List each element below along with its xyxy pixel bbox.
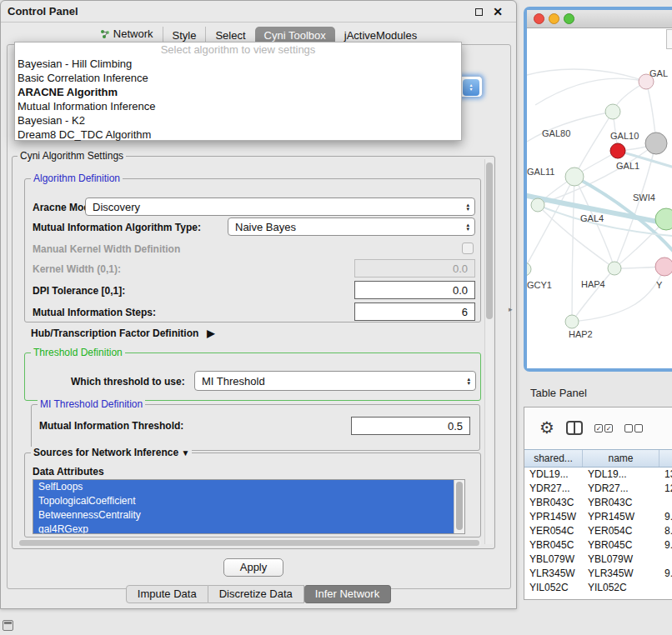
list-item[interactable]: TopologicalCoefficient bbox=[33, 494, 455, 508]
table-row[interactable]: YBR045CYBR045C9. bbox=[524, 538, 672, 552]
table-cell[interactable] bbox=[659, 496, 672, 510]
close-button[interactable] bbox=[534, 13, 544, 24]
hub-definition-toggle[interactable]: Hub/Transcription Factor Definition ▶ bbox=[31, 328, 215, 339]
table-cell[interactable]: YLR345W bbox=[524, 567, 583, 581]
close-icon[interactable]: ✕ bbox=[493, 5, 503, 18]
deselect-all-button[interactable] bbox=[624, 424, 643, 432]
column-header-extra[interactable] bbox=[659, 450, 672, 467]
table-row[interactable]: YBL079WYBL079W bbox=[524, 552, 672, 567]
table-cell[interactable]: YPR145W bbox=[524, 510, 583, 524]
table-cell[interactable]: 9. bbox=[659, 510, 672, 524]
kernel-width-field[interactable]: 0.0 bbox=[354, 259, 475, 278]
table-cell[interactable]: YDL19... bbox=[583, 468, 659, 482]
tab-infer-network[interactable]: Infer Network bbox=[304, 585, 391, 603]
graph-node[interactable] bbox=[527, 262, 531, 276]
mi-threshold-field[interactable]: 0.5 bbox=[351, 417, 470, 435]
graph-node[interactable] bbox=[605, 104, 620, 119]
data-attributes-list[interactable]: SelfLoops TopologicalCoefficient Between… bbox=[33, 479, 465, 534]
table-cell[interactable]: YLR345W bbox=[583, 567, 659, 581]
dropdown-item[interactable]: Mutual Information Inference bbox=[15, 99, 461, 113]
graph-node[interactable] bbox=[565, 168, 584, 186]
table-row[interactable]: YDR27...YDR27...12 bbox=[524, 482, 672, 496]
dropdown-item[interactable]: Basic Correlation Inference bbox=[15, 71, 461, 85]
table-cell[interactable] bbox=[659, 581, 672, 595]
table-row[interactable]: YDL19...YDL19...13 bbox=[524, 468, 672, 482]
table-cell[interactable]: YBL079W bbox=[583, 552, 659, 567]
dropdown-item[interactable]: Bayesian - K2 bbox=[15, 113, 461, 128]
sources-toggle[interactable]: Sources for Network Inference ▼ bbox=[31, 447, 192, 459]
graph-node[interactable] bbox=[531, 198, 544, 212]
which-threshold-select[interactable]: MI Threshold ▴▾ bbox=[194, 371, 476, 391]
manual-kernel-checkbox[interactable] bbox=[462, 242, 474, 254]
table-cell[interactable] bbox=[659, 552, 672, 567]
list-item[interactable]: BetweennessCentrality bbox=[33, 508, 455, 522]
table-cell[interactable]: YBR043C bbox=[583, 496, 659, 510]
list-vertical-scrollbar[interactable] bbox=[454, 480, 464, 533]
scrollbar-thumb[interactable] bbox=[19, 540, 479, 546]
apply-button[interactable]: Apply bbox=[223, 558, 283, 577]
table-cell[interactable]: YDL19... bbox=[524, 468, 583, 482]
table-cell[interactable]: 12 bbox=[659, 482, 672, 496]
columns-icon[interactable] bbox=[566, 421, 583, 438]
settings-horizontal-scrollbar[interactable] bbox=[18, 539, 481, 547]
graph-node[interactable] bbox=[565, 315, 579, 328]
table-cell[interactable]: YIL052C bbox=[524, 581, 583, 595]
table-cell[interactable]: 9. bbox=[659, 567, 672, 581]
graph-node[interactable] bbox=[645, 132, 667, 154]
graph-node-label: GAL11 bbox=[527, 167, 554, 177]
table-cell[interactable]: YER054C bbox=[524, 524, 583, 538]
table-row[interactable]: YER054CYER054C8. bbox=[524, 524, 672, 538]
dropdown-item[interactable]: Bayesian - Hill Climbing bbox=[15, 57, 461, 71]
mi-type-select[interactable]: Naive Bayes ▴▾ bbox=[228, 218, 475, 236]
titlebar[interactable]: Control Panel ✕ bbox=[1, 1, 516, 22]
table-cell[interactable]: 8. bbox=[659, 524, 672, 538]
settings-vertical-scrollbar[interactable] bbox=[484, 159, 493, 544]
table-cell[interactable]: YDR27... bbox=[524, 482, 583, 496]
combobox-arrow-button[interactable]: ▴ ▾ bbox=[463, 79, 479, 96]
table-cell[interactable]: 9. bbox=[659, 538, 672, 552]
splitter-collapse-arrow[interactable]: ▸ bbox=[509, 305, 513, 313]
taskbar-mini-icon[interactable] bbox=[3, 620, 13, 631]
which-threshold-value: MI Threshold bbox=[202, 375, 265, 388]
tab-discretize-data[interactable]: Discretize Data bbox=[208, 585, 304, 603]
select-all-button[interactable]: ✓ ✓ bbox=[594, 424, 613, 432]
sources-title: Sources for Network Inference bbox=[33, 447, 178, 458]
network-scrollbar[interactable] bbox=[666, 29, 672, 49]
dpi-tolerance-field[interactable]: 0.0 bbox=[354, 281, 475, 299]
graph-node[interactable] bbox=[608, 262, 621, 275]
table-cell[interactable]: 13 bbox=[659, 468, 672, 482]
table-row[interactable]: YPR145WYPR145W9. bbox=[524, 510, 672, 524]
scrollbar-thumb[interactable] bbox=[456, 482, 463, 530]
list-item[interactable]: SelfLoops bbox=[33, 480, 455, 494]
tab-impute-data[interactable]: Impute Data bbox=[126, 585, 208, 603]
minimize-button[interactable] bbox=[549, 13, 559, 24]
table-row[interactable]: YBR043CYBR043C bbox=[524, 496, 672, 510]
graph-node[interactable] bbox=[655, 208, 672, 230]
table-cell[interactable]: YER054C bbox=[583, 524, 659, 538]
table-row[interactable]: YIL052CYIL052C bbox=[524, 581, 672, 595]
network-canvas[interactable]: GAL GAL80 GAL10 GAL11 GAL1 SWI4 GAL4 GCY… bbox=[527, 28, 672, 368]
mi-steps-field[interactable]: 6 bbox=[354, 302, 475, 321]
zoom-button[interactable] bbox=[564, 13, 574, 24]
dropdown-item-selected[interactable]: ARACNE Algorithm bbox=[15, 85, 461, 99]
table-cell[interactable]: YBR045C bbox=[524, 538, 583, 552]
table-row[interactable]: YLR345WYLR345W9. bbox=[524, 567, 672, 581]
scrollbar-thumb[interactable] bbox=[486, 162, 493, 319]
graph-node-red[interactable] bbox=[610, 143, 625, 158]
column-header-shared[interactable]: shared... bbox=[524, 450, 583, 467]
table-cell[interactable]: YIL052C bbox=[583, 581, 659, 595]
aracne-mode-select[interactable]: Discovery ▴▾ bbox=[85, 198, 475, 216]
table-cell[interactable]: YBR043C bbox=[524, 496, 583, 510]
gear-icon[interactable]: ⚙ bbox=[539, 418, 554, 437]
control-panel-window: Control Panel ✕ Network Style Select Cyn… bbox=[0, 0, 517, 609]
table-cell[interactable]: YDR27... bbox=[583, 482, 659, 496]
table-cell[interactable]: YPR145W bbox=[583, 510, 659, 524]
float-window-icon[interactable] bbox=[475, 8, 483, 16]
list-item[interactable]: gal4RGexp bbox=[33, 522, 455, 534]
graph-node[interactable] bbox=[655, 258, 672, 276]
dropdown-item[interactable]: Dream8 DC_TDC Algorithm bbox=[15, 128, 461, 142]
table-cell[interactable]: YBL079W bbox=[524, 552, 583, 567]
network-window-titlebar[interactable] bbox=[527, 10, 672, 28]
table-cell[interactable]: YBR045C bbox=[583, 538, 659, 552]
column-header-name[interactable]: name bbox=[583, 450, 659, 467]
